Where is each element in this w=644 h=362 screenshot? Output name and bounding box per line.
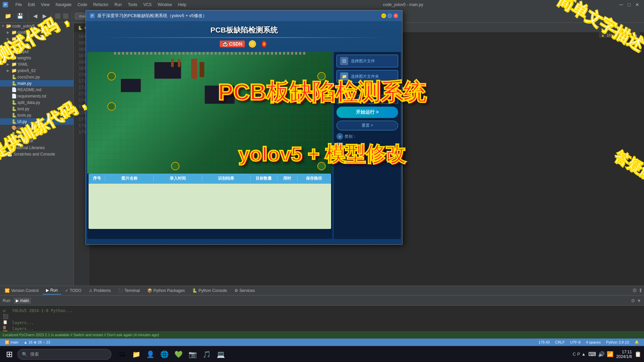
status-version-control[interactable]: 🔀 main: [2, 339, 21, 346]
maximize-btn[interactable]: □: [626, 2, 633, 7]
menu-tools[interactable]: Tools: [125, 2, 140, 8]
sidebar-item-root[interactable]: ▼ 📂 code_yolov5 D:/g/code_yolo...: [0, 23, 73, 29]
sidebar-item-ui-ui[interactable]: ▶ 🎨 Ui.ui: [0, 125, 73, 131]
taskbar-app-chat[interactable]: 👤: [144, 348, 157, 361]
status-notifications[interactable]: 🔔: [632, 339, 642, 346]
win-maximize-btn[interactable]: □: [387, 13, 392, 18]
taskbar-app-music[interactable]: 🎵: [200, 348, 213, 361]
sidebar-item-coco2voc[interactable]: ▶ 🐍 coco2voc.py: [0, 74, 73, 80]
taskbar-app-pc[interactable]: 💻: [214, 348, 227, 361]
sidebar-item-external-libs[interactable]: ▶ 📚 External Libraries: [0, 144, 73, 151]
sidebar-item-readme[interactable]: ▶ 📄 README.md: [0, 86, 73, 93]
tab-run[interactable]: ▶ Run: [43, 287, 61, 295]
panel-settings-icon[interactable]: ⚙: [632, 287, 637, 294]
sidebar-item-tools[interactable]: ▶ 🐍 tools.py: [0, 112, 73, 118]
toolbar-save[interactable]: 💾: [15, 11, 25, 20]
run-panel-gear-icon[interactable]: ⚙: [631, 298, 635, 303]
sidebar-item-config[interactable]: ▶ 📁 config: [0, 29, 73, 36]
sidebar-item-yaml[interactable]: ▶ 📁 YAML: [0, 61, 73, 67]
tab-problems[interactable]: ⚠ Problems: [86, 287, 114, 294]
win-minimize-btn[interactable]: ─: [381, 13, 386, 18]
pycharm-tray-icon[interactable]: P: [577, 352, 580, 357]
csdn-tray-icon[interactable]: C: [573, 352, 576, 357]
position-row: 📍 位置：: [336, 142, 398, 149]
menu-navigate[interactable]: Navigate: [53, 2, 74, 8]
run-panel-collapse-icon[interactable]: ▼: [637, 298, 641, 303]
sound-icon[interactable]: 🔊: [598, 351, 605, 357]
menu-view[interactable]: View: [38, 2, 52, 8]
tab-terminal[interactable]: ⬛ Terminal: [115, 287, 143, 294]
pcb-main-content: 序号 图片名称 录入时间 识别结果 目标数量 用时 保存路径 🖼 选择图片文件: [86, 51, 402, 240]
taskbar-search-box[interactable]: 🔍 搜索: [17, 349, 111, 360]
taskbar-app-folder[interactable]: 📁: [129, 348, 143, 361]
menu-file[interactable]: File: [13, 2, 24, 8]
menu-refactor[interactable]: Refactor: [91, 2, 111, 8]
sidebar-item-ui-py[interactable]: ▶ 🐍 UI.py: [0, 118, 73, 125]
status-indent[interactable]: 4 spaces: [583, 339, 603, 346]
services-icon: ⚙: [234, 288, 238, 293]
arrow-tray-icon[interactable]: ▲: [581, 352, 586, 357]
sidebar-item-icon[interactable]: ▶ 📁 icon: [0, 36, 73, 42]
menu-help[interactable]: Help: [175, 2, 189, 8]
sidebar-item-voc2txt[interactable]: ▶ 🐍 voc2txt.py: [0, 131, 73, 137]
taskbar-app-wechat[interactable]: 💚: [172, 348, 185, 361]
notification-icon[interactable]: 📋: [635, 351, 641, 357]
tab-version-control[interactable]: 🔀 Version Control: [1, 287, 42, 294]
sidebar-item-split[interactable]: ▶ 🐍 split_data.py: [0, 99, 73, 106]
taskbar-app-explorer[interactable]: 🗂: [115, 348, 129, 361]
sidebar-item-img[interactable]: ▶ 📁 img: [0, 42, 73, 48]
taskbar-clock[interactable]: 17:11 2024/1/8: [616, 350, 632, 359]
expand-notif-icon[interactable]: ▲: [634, 33, 638, 37]
close-btn[interactable]: ✕: [633, 2, 641, 7]
run-main-icon: ▶: [16, 298, 19, 303]
btn-select-folder[interactable]: 📁 选择图片文件夹: [336, 70, 398, 83]
menu-run[interactable]: Run: [112, 2, 124, 8]
pcb-divider: [99, 37, 389, 38]
run-clear-icon[interactable]: 🗑: [3, 325, 9, 330]
console-line-2: [12, 314, 641, 320]
todo-icon: ✓: [65, 288, 68, 293]
taskbar-sys-icons: C P ▲: [573, 352, 586, 357]
panel-expand-icon[interactable]: ⬆: [638, 287, 643, 294]
status-position[interactable]: 175:43: [536, 339, 552, 346]
sidebar-item-scratches[interactable]: ▶ 📝 Scratches and Console: [0, 151, 73, 157]
sidebar-item-weights[interactable]: ▶ 📁 weights: [0, 55, 73, 61]
btn-select-image[interactable]: 🖼 选择图片文件: [336, 55, 398, 67]
status-line-ending[interactable]: CRLF: [552, 339, 568, 346]
taskbar-app-edge[interactable]: 🌐: [158, 348, 171, 361]
model-dropdown[interactable]: 阳极... ▼: [336, 95, 398, 104]
th-save-path: 保存路径: [298, 176, 331, 181]
network-icon[interactable]: 📶: [607, 351, 613, 357]
run-stop-icon[interactable]: ⬛: [3, 314, 9, 319]
sidebar-item-test[interactable]: ▶ 🐍 test.py: [0, 106, 73, 112]
btn-reset[interactable]: 重置 >: [336, 121, 398, 130]
status-encoding[interactable]: UTF-8: [568, 339, 583, 346]
run-scroll-icon[interactable]: 📋: [3, 320, 9, 324]
menu-vcs[interactable]: VCS: [141, 2, 154, 8]
menu-code[interactable]: Code: [75, 2, 90, 8]
tab-python-packages[interactable]: 📦 Python Packages: [144, 287, 188, 294]
taskbar-app-camera[interactable]: 📷: [186, 348, 199, 361]
btn-start-run[interactable]: 开始运行 >: [336, 107, 398, 118]
sidebar-item-train-record[interactable]: ▶ 📁 训练记录: [0, 137, 73, 144]
sidebar-item-requirements[interactable]: ▶ 📄 requirements.txt: [0, 93, 73, 99]
tab-todo[interactable]: ✓ TODO: [62, 287, 85, 294]
toolbar-back[interactable]: ◀: [31, 11, 39, 20]
tab-python-console[interactable]: 🐍 Python Console: [189, 287, 230, 294]
sidebar-item-yolov5[interactable]: ▶ 📁 yolov5_62: [0, 67, 73, 74]
tab-services[interactable]: ⚙ Services: [231, 287, 258, 294]
menu-window[interactable]: Window: [155, 2, 175, 8]
win-close-btn[interactable]: ✕: [393, 13, 398, 18]
minimize-btn[interactable]: ─: [617, 2, 625, 8]
keyboard-icon[interactable]: ⌨: [588, 351, 596, 357]
sidebar-item-main[interactable]: ▶ 🐍 main.py: [0, 80, 73, 86]
start-button[interactable]: ⊞: [3, 348, 16, 361]
run-restart-icon[interactable]: ↺: [3, 308, 9, 313]
status-warnings[interactable]: ▲ 16 ⊕ 28 ○ 23: [21, 339, 53, 346]
toolbar-forward[interactable]: ▶: [41, 11, 49, 20]
toolbar-open[interactable]: 📁: [3, 11, 13, 20]
status-python-version[interactable]: Python 3.8 (2): [603, 339, 632, 346]
run-main-btn[interactable]: ▶ main: [14, 298, 31, 304]
menu-edit[interactable]: Edit: [25, 2, 38, 8]
sidebar-item-output[interactable]: ▶ 📁 output: [0, 48, 73, 55]
